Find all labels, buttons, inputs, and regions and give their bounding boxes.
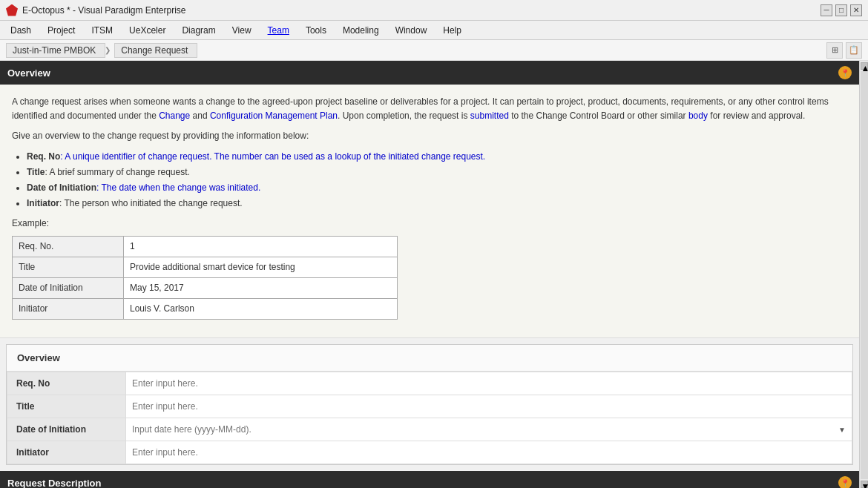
app-icon xyxy=(6,4,18,16)
title-input[interactable] xyxy=(126,395,852,418)
table-row: Title Provide additional smart device fo… xyxy=(13,257,398,277)
form-row-initiator: Initiator xyxy=(7,441,852,464)
form-input-initiator-cell xyxy=(126,441,852,464)
bullet-req-no: Req. No: A unique identifier of change r… xyxy=(27,150,847,164)
request-desc-pin-icon[interactable]: 📍 xyxy=(838,476,852,488)
minimize-button[interactable]: ─ xyxy=(821,4,832,16)
table-row: Date of Initiation May 15, 2017 xyxy=(13,277,398,298)
table-cell-value: 1 xyxy=(124,236,398,257)
form-row-req-no: Req. No xyxy=(7,372,852,395)
scrollbar[interactable]: ▲ ▼ xyxy=(859,61,868,488)
title-bar-controls[interactable]: ─ □ ✕ xyxy=(821,4,862,16)
menu-team[interactable]: Team xyxy=(260,23,297,38)
overview-paragraph: A change request arises when someone wan… xyxy=(12,95,847,123)
menu-bar: Dash Project ITSM UeXceler Diagram View … xyxy=(0,21,868,40)
example-label: Example: xyxy=(12,217,847,231)
menu-tools[interactable]: Tools xyxy=(298,23,334,38)
example-table: Req. No. 1 Title Provide additional smar… xyxy=(12,236,398,320)
menu-project[interactable]: Project xyxy=(40,23,82,38)
menu-dash[interactable]: Dash xyxy=(3,23,39,38)
breadcrumb-pmbok[interactable]: Just-in-Time PMBOK xyxy=(6,43,105,58)
table-cell-label: Date of Initiation xyxy=(13,277,124,298)
overview-section-title: Overview xyxy=(7,67,50,79)
breadcrumb-bar: Just-in-Time PMBOK Change Request ⊞ 📋 xyxy=(0,40,868,61)
breadcrumb-tools: ⊞ 📋 xyxy=(826,42,862,59)
table-row: Req. No. 1 xyxy=(13,236,398,257)
bullet-title: Title: A brief summary of change request… xyxy=(27,165,847,179)
close-button[interactable]: ✕ xyxy=(850,4,862,16)
menu-help[interactable]: Help xyxy=(435,23,469,38)
form-row-title: Title xyxy=(7,395,852,418)
grid-view-icon[interactable]: ⊞ xyxy=(826,42,843,59)
date-cell-wrapper: ▼ xyxy=(126,418,852,441)
overview-section-header: Overview 📍 xyxy=(0,61,859,85)
scroll-down-button[interactable]: ▼ xyxy=(861,481,868,488)
overview-text-area: A change request arises when someone wan… xyxy=(0,85,859,338)
overview-bullets: Req. No: A unique identifier of change r… xyxy=(27,150,847,211)
scroll-area[interactable]: Overview 📍 A change request arises when … xyxy=(0,61,859,488)
maximize-button[interactable]: □ xyxy=(835,4,847,16)
request-desc-title: Request Description xyxy=(7,478,101,488)
scroll-up-button[interactable]: ▲ xyxy=(861,62,868,70)
form-row-date: Date of Initiation ▼ xyxy=(7,418,852,441)
bullet-initiator: Initiator: The person who initiated the … xyxy=(27,197,847,211)
form-table: Req. No Title Date of Initiation xyxy=(7,372,852,464)
menu-window[interactable]: Window xyxy=(388,23,435,38)
title-bar-left: E-Octopus * - Visual Paradigm Enterprise xyxy=(6,4,186,16)
request-desc-header: Request Description 📍 xyxy=(0,471,859,488)
overview-pin-icon[interactable]: 📍 xyxy=(838,66,852,79)
form-section: Overview Req. No Title Date of Initiatio… xyxy=(6,344,853,465)
form-label-req-no: Req. No xyxy=(7,372,126,395)
form-label-title: Title xyxy=(7,395,126,418)
menu-itsm[interactable]: ITSM xyxy=(84,23,120,38)
form-section-header: Overview xyxy=(7,345,852,372)
page-view-icon[interactable]: 📋 xyxy=(846,42,862,59)
title-bar-title: E-Octopus * - Visual Paradigm Enterprise xyxy=(22,5,186,16)
table-row: Initiator Louis V. Carlson xyxy=(13,299,398,320)
table-cell-value: Louis V. Carlson xyxy=(124,299,398,320)
table-cell-label: Initiator xyxy=(13,299,124,320)
req-no-input[interactable] xyxy=(126,372,852,395)
menu-view[interactable]: View xyxy=(225,23,259,38)
table-cell-label: Title xyxy=(13,257,124,277)
form-label-initiator: Initiator xyxy=(7,441,126,464)
table-cell-value: Provide additional smart device for test… xyxy=(124,257,398,277)
main-area: Overview 📍 A change request arises when … xyxy=(0,61,868,488)
menu-diagram[interactable]: Diagram xyxy=(174,23,223,38)
bullet-date: Date of Initiation: The date when the ch… xyxy=(27,181,847,195)
date-input[interactable] xyxy=(126,418,852,441)
form-input-date-cell: ▼ xyxy=(126,418,852,441)
breadcrumb: Just-in-Time PMBOK Change Request xyxy=(6,43,197,58)
overview-instruction: Give an overview to the change request b… xyxy=(12,129,847,143)
table-cell-value: May 15, 2017 xyxy=(124,277,398,298)
form-input-title-cell xyxy=(126,395,852,418)
menu-modeling[interactable]: Modeling xyxy=(335,23,387,38)
breadcrumb-change-request[interactable]: Change Request xyxy=(114,43,197,58)
menu-uexceler[interactable]: UeXceler xyxy=(122,23,173,38)
form-input-req-no-cell xyxy=(126,372,852,395)
initiator-input[interactable] xyxy=(126,441,852,464)
form-label-date: Date of Initiation xyxy=(7,418,126,441)
scroll-track xyxy=(861,71,868,479)
table-cell-label: Req. No. xyxy=(13,236,124,257)
title-bar: E-Octopus * - Visual Paradigm Enterprise… xyxy=(0,0,868,21)
